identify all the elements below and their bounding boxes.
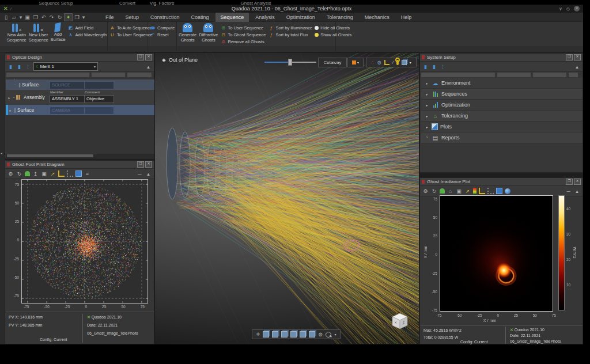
window-collapse-icon[interactable]: ∨ — [559, 6, 562, 12]
new-file-icon[interactable]: ▯ — [2, 14, 10, 21]
sync-icon[interactable]: ↻ — [56, 14, 63, 21]
view-top-icon[interactable] — [300, 331, 306, 338]
axes-icon[interactable] — [384, 60, 389, 65]
column-header[interactable] — [127, 73, 152, 77]
sort-by-illuminance-button[interactable]: ƒ Sort by Illuminance — [268, 25, 312, 31]
expander-icon[interactable]: ▸ — [425, 114, 429, 118]
panel-header[interactable]: System Setup ❐ ✕ — [420, 54, 583, 62]
append-row-icon[interactable]: ▮ — [431, 63, 437, 70]
pin-icon[interactable]: ▴ — [574, 188, 580, 195]
open-file-icon[interactable]: ▱ — [10, 14, 18, 21]
measure-line-icon[interactable]: ∕ — [392, 60, 393, 65]
table-row[interactable]: ▸ ∥ Surface CAMERA — [6, 105, 154, 115]
frame-icon[interactable] — [496, 188, 502, 194]
frame-icon[interactable] — [75, 170, 82, 177]
view-iso-icon[interactable] — [309, 331, 315, 338]
zoom-icon[interactable] — [326, 332, 331, 338]
collapse-panel-icon[interactable]: ▴ — [574, 63, 580, 70]
window-layout-icon[interactable]: ❒ — [73, 14, 81, 21]
close-icon[interactable]: ✕ — [145, 54, 152, 60]
tab-setup[interactable]: Setup — [120, 13, 145, 22]
chevron-down-icon[interactable]: ▾ — [334, 332, 336, 336]
tab-help[interactable]: Help — [396, 13, 417, 22]
fit-view-icon[interactable]: ✛ — [256, 332, 260, 337]
grid-axes-icon[interactable] — [487, 188, 494, 194]
expander-icon[interactable]: ▸ — [425, 92, 429, 96]
expander-icon[interactable]: ▸ — [425, 81, 429, 85]
sort-by-total-flux-button[interactable]: ƒ Sort by total Flux — [268, 32, 312, 38]
table-row[interactable]: ▸ – Assembly Identifier Comment ASSEMBLY… — [6, 90, 154, 105]
panel-header[interactable]: Ghost Foot Print Diagram ❐ ✕ — [5, 161, 154, 169]
comment-field[interactable] — [84, 107, 114, 115]
comment-field[interactable]: Objective — [84, 95, 114, 103]
panel-header[interactable]: Ghost Irradiance Plot ❐ ✕ — [420, 178, 583, 186]
navigation-cube[interactable]: X Z — [389, 311, 411, 333]
grid-axes-icon[interactable] — [67, 170, 73, 177]
add-wavelength-button[interactable]: λ Add Wavelength — [67, 32, 107, 38]
new-user-sequence-button[interactable]: ⚙ New User Sequence — [29, 23, 48, 46]
sidebar-item-sequences[interactable]: ▸ Sequences — [421, 89, 583, 100]
diffractive-ghosts-button[interactable]: Diffractive Ghosts — [199, 23, 218, 46]
maximize-icon[interactable]: ❐ — [566, 179, 573, 185]
add-field-button[interactable]: ◩ Add Field — [67, 25, 107, 31]
insert-row-icon[interactable]: ▮ — [7, 63, 14, 70]
export-icon[interactable]: ↗ — [50, 170, 56, 177]
new-auto-sequence-button[interactable]: A New Auto Sequence — [7, 23, 27, 46]
pin-icon[interactable]: ▴ — [145, 170, 152, 177]
home-icon[interactable]: ⌂ — [447, 188, 453, 195]
slider-handle[interactable] — [288, 59, 292, 66]
sidebar-item-reports[interactable]: └ ▤ Reports — [421, 132, 583, 143]
minimize-icon[interactable]: ─ — [565, 188, 572, 195]
expander-icon[interactable]: ▸ — [425, 125, 429, 129]
maximize-icon[interactable]: ❐ — [137, 161, 144, 168]
expander-icon[interactable]: ▸ — [7, 96, 12, 100]
column-header[interactable] — [497, 73, 531, 77]
axes-icon[interactable] — [479, 188, 485, 194]
settings-gear-icon[interactable]: ⚙ — [7, 170, 14, 177]
maximize-icon[interactable]: ❐ — [137, 54, 144, 60]
horizontal-scrollbar[interactable] — [6, 154, 154, 158]
reset-button[interactable]: ↶ Reset — [150, 32, 175, 38]
column-header[interactable] — [533, 73, 566, 77]
more-options-icon[interactable]: ⋮ — [25, 63, 31, 70]
tab-tolerancing[interactable]: Tolerancing — [322, 13, 358, 22]
ghost-toggle-icon[interactable] — [25, 171, 30, 176]
sphere-view-icon[interactable] — [505, 188, 510, 194]
hide-all-ghosts-button[interactable]: Hide all Ghosts — [315, 25, 351, 31]
tab-sequence[interactable]: Sequence — [215, 13, 249, 22]
menu-icon[interactable]: ≡ — [84, 170, 90, 177]
tab-optimization[interactable]: Optimization — [281, 13, 320, 22]
maximize-icon[interactable]: ❐ — [566, 54, 573, 60]
close-icon[interactable]: ✕ — [574, 54, 581, 60]
close-icon[interactable]: ✕ — [574, 179, 581, 185]
refresh-icon[interactable]: ↻ — [431, 188, 437, 195]
key-icon[interactable] — [396, 60, 399, 65]
identifier-field[interactable]: ASSEMBLY 1 — [50, 95, 85, 103]
refresh-icon[interactable]: ↻ — [16, 170, 22, 177]
more-options-icon[interactable]: ⋮ — [440, 63, 446, 70]
to-auto-sequence-button[interactable]: A To Auto Sequence — [109, 25, 153, 31]
merit-dropdown[interactable]: ≈ Merit 1 ▾ — [33, 62, 98, 71]
copy-icon[interactable]: ▣ — [41, 170, 47, 177]
tab-construction[interactable]: Construction — [145, 13, 185, 22]
sidebar-item-optimization[interactable]: ▸ Optimization — [421, 100, 583, 111]
view-left-icon[interactable] — [281, 331, 288, 338]
sidebar-item-environment[interactable]: ▸ ☁ Environment — [421, 78, 583, 89]
insert-row-icon[interactable]: ▮ — [422, 63, 429, 70]
export-up-icon[interactable]: ↥ — [32, 170, 39, 177]
ray-view-canvas[interactable] — [155, 53, 419, 344]
panel-header[interactable]: Optical Design ❐ ✕ — [5, 54, 154, 62]
view-settings-gear-icon[interactable]: ⚙ — [318, 332, 323, 338]
column-header[interactable] — [421, 73, 495, 77]
collapse-panel-icon[interactable]: ▴ — [145, 63, 152, 70]
column-header[interactable] — [6, 73, 89, 77]
scroll-left-icon[interactable]: ◂ — [1, 151, 2, 155]
remove-all-ghosts-button[interactable]: ⊘ Remove all Ghosts — [221, 39, 266, 45]
undo-icon[interactable]: ↶ — [40, 14, 47, 21]
tab-mechanics[interactable]: Mechanics — [360, 13, 395, 22]
ghost-to-user-sequence-button[interactable]: ⊞ To User Sequence — [221, 25, 266, 31]
cutaway-button[interactable]: Cutaway — [318, 58, 347, 67]
colormap-icon[interactable] — [473, 188, 476, 194]
identifier-field[interactable]: CAMERA — [50, 107, 85, 115]
view-cube-dropdown-icon[interactable] — [402, 60, 407, 65]
